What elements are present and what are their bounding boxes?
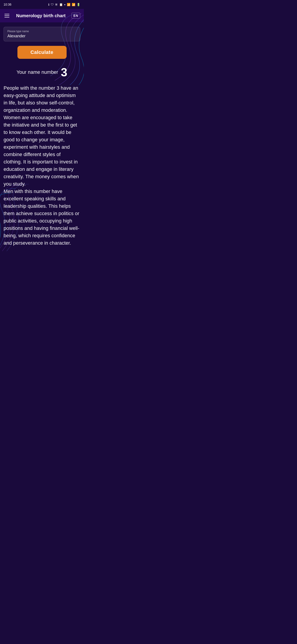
signal-icon: 📶 (72, 3, 75, 6)
description-paragraph-1: People with the number 3 have an easy-go… (3, 84, 80, 114)
name-input-label: Please type name (7, 30, 76, 33)
wifi-icon: 📶 (67, 3, 70, 6)
menu-line-3 (4, 17, 9, 18)
status-bar: 10:36 ℹ 🛡 ⛨ 📋 ● 📶 📶 🔋 (0, 0, 84, 9)
status-icons: ℹ 🛡 ⛨ 📋 ● 📶 📶 🔋 (48, 3, 80, 6)
dot-icon: ● (64, 3, 65, 6)
info-icon: ℹ (48, 3, 49, 6)
shield-icon: 🛡 (51, 3, 54, 6)
name-number-value: 3 (61, 66, 67, 79)
battery-icon: 🔋 (77, 3, 80, 6)
name-input-value: Alexander (7, 34, 76, 38)
main-content: Please type name Alexander Calculate You… (0, 22, 84, 251)
name-input-container[interactable]: Please type name Alexander (3, 27, 80, 41)
hamburger-menu-button[interactable] (3, 13, 10, 18)
status-time: 10:36 (3, 3, 11, 6)
description-text: People with the number 3 have an easy-go… (3, 84, 80, 247)
menu-line-2 (4, 16, 9, 16)
name-number-result: Your name number 3 (3, 66, 80, 79)
notification-icon: 📋 (59, 3, 63, 6)
name-number-label: Your name number (16, 69, 58, 75)
menu-line-1 (4, 14, 9, 14)
vpn-icon: ⛨ (55, 3, 58, 6)
description-paragraph-3: Men with this number have excellent spea… (3, 188, 80, 247)
calculate-button[interactable]: Calculate (17, 46, 67, 59)
description-paragraph-2: Women are encouraged to take the initiat… (3, 114, 80, 188)
